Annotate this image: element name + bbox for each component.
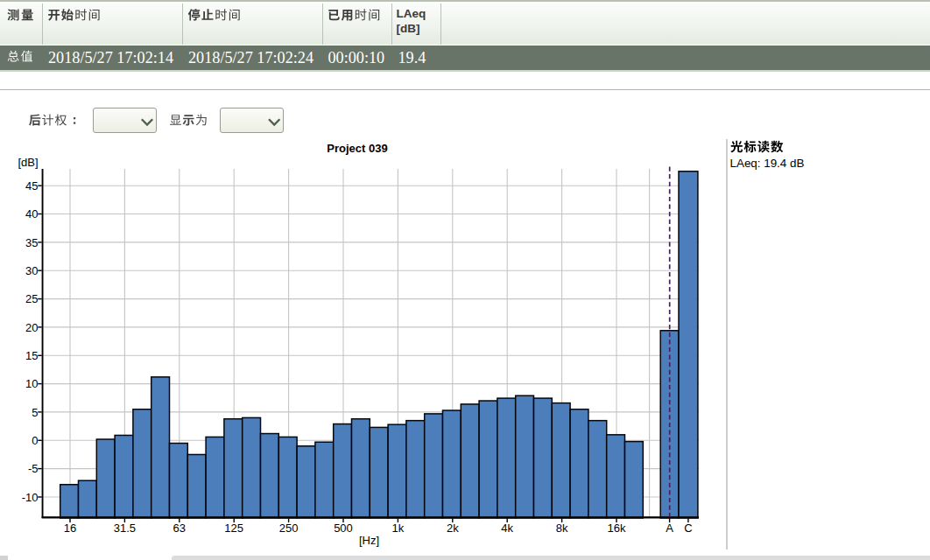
- svg-text:16: 16: [64, 522, 76, 535]
- svg-text:0: 0: [32, 434, 38, 447]
- svg-text:125: 125: [224, 522, 243, 535]
- svg-text:31.5: 31.5: [114, 522, 136, 535]
- svg-text:5: 5: [32, 406, 38, 419]
- svg-text:250: 250: [279, 522, 299, 535]
- svg-text:00:00:10: 00:00:10: [328, 49, 385, 66]
- svg-text:[dB]: [dB]: [18, 156, 39, 169]
- svg-text:10: 10: [25, 377, 38, 390]
- svg-text:25: 25: [25, 292, 38, 305]
- svg-text:A: A: [666, 522, 673, 535]
- svg-text:63: 63: [173, 522, 186, 535]
- svg-text:19.4: 19.4: [398, 49, 426, 66]
- svg-text:C: C: [684, 522, 692, 535]
- svg-text:8k: 8k: [556, 522, 568, 535]
- svg-text:2018/5/27 17:02:24: 2018/5/27 17:02:24: [188, 49, 314, 66]
- svg-text:-5: -5: [28, 462, 39, 475]
- svg-text:500: 500: [334, 522, 353, 535]
- svg-text:LAeq: LAeq: [397, 7, 426, 20]
- svg-text:2k: 2k: [447, 522, 459, 535]
- svg-text:Project 039: Project 039: [327, 142, 387, 155]
- svg-text:[Hz]: [Hz]: [359, 534, 379, 547]
- svg-text:4k: 4k: [501, 522, 513, 535]
- svg-text:15: 15: [25, 349, 38, 362]
- svg-text:45: 45: [25, 179, 38, 192]
- svg-text:[dB]: [dB]: [397, 22, 420, 35]
- svg-text:30: 30: [25, 264, 38, 277]
- svg-text:40: 40: [25, 207, 38, 220]
- svg-text:2018/5/27 17:02:14: 2018/5/27 17:02:14: [48, 49, 173, 66]
- svg-text:20: 20: [25, 321, 38, 334]
- svg-text:16k: 16k: [608, 522, 626, 535]
- svg-text:1k: 1k: [392, 522, 405, 535]
- svg-text:-10: -10: [22, 491, 39, 504]
- svg-text:LAeq: 19.4 dB: LAeq: 19.4 dB: [730, 157, 805, 170]
- svg-text:35: 35: [25, 236, 38, 249]
